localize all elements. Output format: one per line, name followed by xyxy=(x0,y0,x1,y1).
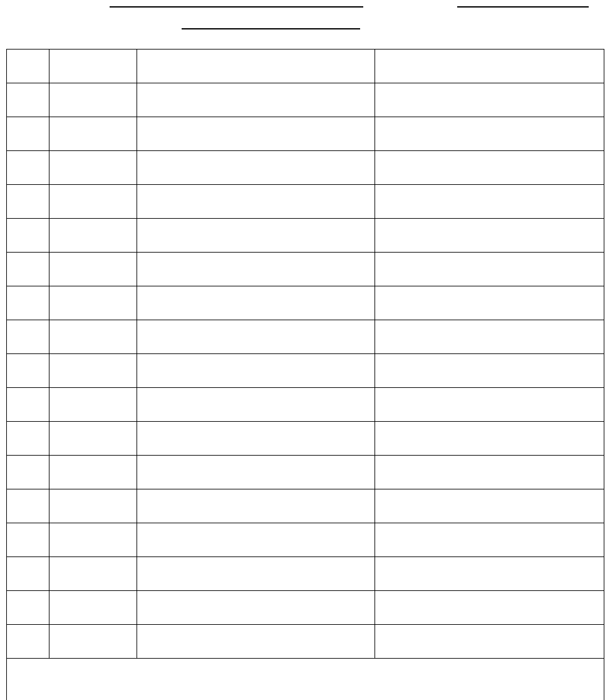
table-cell xyxy=(375,625,604,659)
table-cell xyxy=(49,354,137,388)
table-cell xyxy=(375,117,604,151)
table-cell xyxy=(49,286,137,320)
table-cell xyxy=(7,456,49,489)
table-cell xyxy=(137,117,375,151)
table-cell xyxy=(375,489,604,523)
table-cell xyxy=(49,523,137,557)
header-underline-1 xyxy=(110,6,363,8)
table-cell xyxy=(7,557,49,591)
table-cell xyxy=(7,50,49,83)
table-cell xyxy=(49,456,137,489)
table-row xyxy=(7,151,604,185)
table-row xyxy=(7,320,604,354)
table-row xyxy=(7,286,604,320)
table-row xyxy=(7,219,604,253)
table-cell xyxy=(7,489,49,523)
table-cell xyxy=(375,456,604,489)
table-cell xyxy=(375,557,604,591)
table-cell xyxy=(137,83,375,117)
table-cell xyxy=(137,591,375,625)
table-cell xyxy=(7,523,49,557)
table-cell xyxy=(7,286,49,320)
table-row xyxy=(7,422,604,456)
table-row xyxy=(7,83,604,117)
table-row xyxy=(7,523,604,557)
table-cell xyxy=(49,591,137,625)
table-cell xyxy=(7,219,49,253)
table-cell xyxy=(7,253,49,286)
table-cell xyxy=(375,50,604,83)
table-cell xyxy=(49,185,137,219)
table-cell xyxy=(7,625,49,659)
table-footer-cell xyxy=(7,659,604,701)
table-cell xyxy=(49,219,137,253)
table-cell xyxy=(7,320,49,354)
table-cell xyxy=(49,253,137,286)
table-cell xyxy=(375,253,604,286)
table-cell xyxy=(7,151,49,185)
table-row xyxy=(7,117,604,151)
table-cell xyxy=(137,253,375,286)
table-cell xyxy=(137,625,375,659)
table-cell xyxy=(375,151,604,185)
table-cell xyxy=(49,388,137,422)
table-cell xyxy=(375,422,604,456)
table-row xyxy=(7,354,604,388)
table-cell xyxy=(375,523,604,557)
table-cell xyxy=(49,83,137,117)
table-cell xyxy=(7,591,49,625)
table-cell xyxy=(137,557,375,591)
table-cell xyxy=(7,422,49,456)
table-cell xyxy=(137,354,375,388)
table-row xyxy=(7,489,604,523)
table-cell xyxy=(137,523,375,557)
table-cell xyxy=(49,50,137,83)
table-cell xyxy=(49,117,137,151)
table-cell xyxy=(49,422,137,456)
table-cell xyxy=(7,185,49,219)
table-cell xyxy=(375,388,604,422)
header-underline-2 xyxy=(457,6,589,8)
table-cell xyxy=(375,354,604,388)
table-cell xyxy=(49,489,137,523)
table-cell xyxy=(375,219,604,253)
table-cell xyxy=(375,83,604,117)
table-cell xyxy=(375,286,604,320)
table-cell xyxy=(375,320,604,354)
header-underline-3 xyxy=(182,28,360,29)
table-row xyxy=(7,456,604,489)
table-row xyxy=(7,253,604,286)
table-cell xyxy=(137,185,375,219)
table-cell xyxy=(375,185,604,219)
table-cell xyxy=(7,388,49,422)
table-cell xyxy=(137,388,375,422)
table-cell xyxy=(137,50,375,83)
table-cell xyxy=(7,83,49,117)
table-footer-row xyxy=(7,659,604,701)
table-cell xyxy=(137,286,375,320)
table-row xyxy=(7,388,604,422)
table-cell xyxy=(137,489,375,523)
table-cell xyxy=(49,151,137,185)
table-cell xyxy=(7,117,49,151)
table-row xyxy=(7,50,604,83)
table-cell xyxy=(137,456,375,489)
table-cell xyxy=(137,320,375,354)
table-row xyxy=(7,625,604,659)
blank-form-table xyxy=(6,49,604,700)
table-cell xyxy=(49,320,137,354)
table-row xyxy=(7,185,604,219)
table-cell xyxy=(137,219,375,253)
table-row xyxy=(7,557,604,591)
table-cell xyxy=(137,151,375,185)
table-cell xyxy=(49,557,137,591)
table-cell xyxy=(49,625,137,659)
table-row xyxy=(7,591,604,625)
table-cell xyxy=(137,422,375,456)
table-cell xyxy=(375,591,604,625)
table-cell xyxy=(7,354,49,388)
